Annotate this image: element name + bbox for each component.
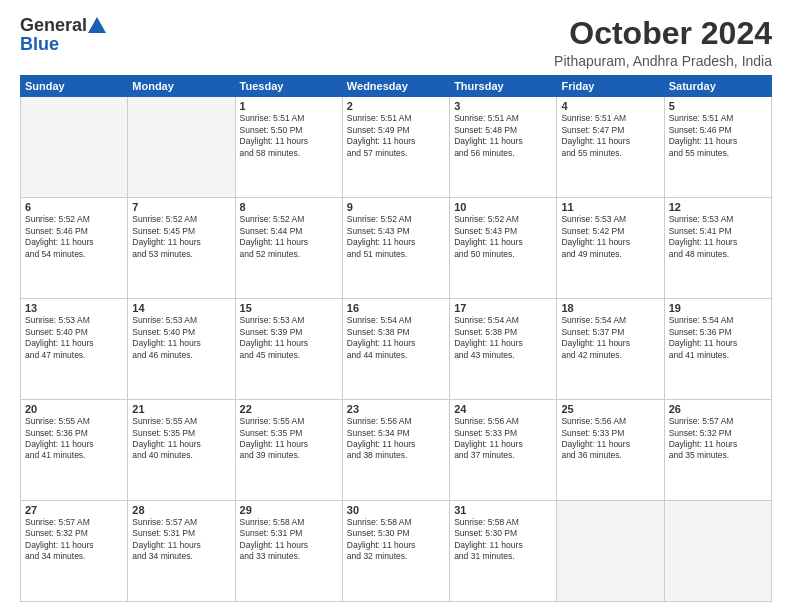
calendar-cell: 5Sunrise: 5:51 AMSunset: 5:46 PMDaylight… [664,97,771,198]
day-number: 31 [454,504,552,516]
calendar-cell: 1Sunrise: 5:51 AMSunset: 5:50 PMDaylight… [235,97,342,198]
cell-details: Sunrise: 5:51 AMSunset: 5:46 PMDaylight:… [669,113,767,159]
cell-details: Sunrise: 5:58 AMSunset: 5:30 PMDaylight:… [347,517,445,563]
cell-details: Sunrise: 5:52 AMSunset: 5:43 PMDaylight:… [454,214,552,260]
cell-details: Sunrise: 5:54 AMSunset: 5:38 PMDaylight:… [347,315,445,361]
cell-details: Sunrise: 5:54 AMSunset: 5:38 PMDaylight:… [454,315,552,361]
weekday-header: Sunday [21,76,128,97]
day-number: 17 [454,302,552,314]
cell-details: Sunrise: 5:54 AMSunset: 5:36 PMDaylight:… [669,315,767,361]
day-number: 29 [240,504,338,516]
calendar-cell: 18Sunrise: 5:54 AMSunset: 5:37 PMDayligh… [557,299,664,400]
title-block: October 2024 Pithapuram, Andhra Pradesh,… [554,16,772,69]
cell-details: Sunrise: 5:51 AMSunset: 5:49 PMDaylight:… [347,113,445,159]
day-number: 13 [25,302,123,314]
logo: General Blue [20,16,106,55]
calendar-header-row: SundayMondayTuesdayWednesdayThursdayFrid… [21,76,772,97]
calendar-cell [128,97,235,198]
calendar-week-row: 1Sunrise: 5:51 AMSunset: 5:50 PMDaylight… [21,97,772,198]
logo-general-text: General [20,16,87,34]
cell-details: Sunrise: 5:57 AMSunset: 5:32 PMDaylight:… [25,517,123,563]
cell-details: Sunrise: 5:53 AMSunset: 5:40 PMDaylight:… [25,315,123,361]
weekday-header: Friday [557,76,664,97]
day-number: 23 [347,403,445,415]
calendar-cell: 4Sunrise: 5:51 AMSunset: 5:47 PMDaylight… [557,97,664,198]
month-title: October 2024 [554,16,772,51]
logo-icon [88,17,106,33]
day-number: 18 [561,302,659,314]
calendar-cell: 25Sunrise: 5:56 AMSunset: 5:33 PMDayligh… [557,400,664,501]
cell-details: Sunrise: 5:51 AMSunset: 5:47 PMDaylight:… [561,113,659,159]
cell-details: Sunrise: 5:57 AMSunset: 5:32 PMDaylight:… [669,416,767,462]
cell-details: Sunrise: 5:53 AMSunset: 5:41 PMDaylight:… [669,214,767,260]
day-number: 28 [132,504,230,516]
calendar-cell: 20Sunrise: 5:55 AMSunset: 5:36 PMDayligh… [21,400,128,501]
calendar-cell: 22Sunrise: 5:55 AMSunset: 5:35 PMDayligh… [235,400,342,501]
calendar-cell: 16Sunrise: 5:54 AMSunset: 5:38 PMDayligh… [342,299,449,400]
calendar-week-row: 27Sunrise: 5:57 AMSunset: 5:32 PMDayligh… [21,501,772,602]
cell-details: Sunrise: 5:56 AMSunset: 5:33 PMDaylight:… [454,416,552,462]
calendar-cell [557,501,664,602]
calendar-cell: 14Sunrise: 5:53 AMSunset: 5:40 PMDayligh… [128,299,235,400]
day-number: 20 [25,403,123,415]
cell-details: Sunrise: 5:58 AMSunset: 5:30 PMDaylight:… [454,517,552,563]
cell-details: Sunrise: 5:58 AMSunset: 5:31 PMDaylight:… [240,517,338,563]
day-number: 3 [454,100,552,112]
cell-details: Sunrise: 5:56 AMSunset: 5:34 PMDaylight:… [347,416,445,462]
day-number: 11 [561,201,659,213]
cell-details: Sunrise: 5:55 AMSunset: 5:35 PMDaylight:… [132,416,230,462]
calendar-cell: 19Sunrise: 5:54 AMSunset: 5:36 PMDayligh… [664,299,771,400]
day-number: 25 [561,403,659,415]
calendar-cell: 17Sunrise: 5:54 AMSunset: 5:38 PMDayligh… [450,299,557,400]
weekday-header: Saturday [664,76,771,97]
cell-details: Sunrise: 5:55 AMSunset: 5:36 PMDaylight:… [25,416,123,462]
calendar-cell: 12Sunrise: 5:53 AMSunset: 5:41 PMDayligh… [664,198,771,299]
cell-details: Sunrise: 5:55 AMSunset: 5:35 PMDaylight:… [240,416,338,462]
cell-details: Sunrise: 5:53 AMSunset: 5:42 PMDaylight:… [561,214,659,260]
cell-details: Sunrise: 5:56 AMSunset: 5:33 PMDaylight:… [561,416,659,462]
calendar-cell [21,97,128,198]
day-number: 27 [25,504,123,516]
cell-details: Sunrise: 5:54 AMSunset: 5:37 PMDaylight:… [561,315,659,361]
cell-details: Sunrise: 5:53 AMSunset: 5:39 PMDaylight:… [240,315,338,361]
calendar-cell: 31Sunrise: 5:58 AMSunset: 5:30 PMDayligh… [450,501,557,602]
svg-marker-0 [88,17,106,33]
logo-blue-text: Blue [20,34,59,54]
calendar-cell: 9Sunrise: 5:52 AMSunset: 5:43 PMDaylight… [342,198,449,299]
calendar-week-row: 20Sunrise: 5:55 AMSunset: 5:36 PMDayligh… [21,400,772,501]
day-number: 12 [669,201,767,213]
calendar-cell: 6Sunrise: 5:52 AMSunset: 5:46 PMDaylight… [21,198,128,299]
day-number: 1 [240,100,338,112]
day-number: 16 [347,302,445,314]
calendar-cell: 23Sunrise: 5:56 AMSunset: 5:34 PMDayligh… [342,400,449,501]
day-number: 14 [132,302,230,314]
cell-details: Sunrise: 5:57 AMSunset: 5:31 PMDaylight:… [132,517,230,563]
day-number: 22 [240,403,338,415]
day-number: 2 [347,100,445,112]
calendar-cell: 2Sunrise: 5:51 AMSunset: 5:49 PMDaylight… [342,97,449,198]
day-number: 5 [669,100,767,112]
calendar-cell: 28Sunrise: 5:57 AMSunset: 5:31 PMDayligh… [128,501,235,602]
day-number: 24 [454,403,552,415]
weekday-header: Tuesday [235,76,342,97]
cell-details: Sunrise: 5:51 AMSunset: 5:50 PMDaylight:… [240,113,338,159]
calendar-cell: 26Sunrise: 5:57 AMSunset: 5:32 PMDayligh… [664,400,771,501]
page: General Blue October 2024 Pithapuram, An… [0,0,792,612]
day-number: 9 [347,201,445,213]
day-number: 30 [347,504,445,516]
calendar-cell: 27Sunrise: 5:57 AMSunset: 5:32 PMDayligh… [21,501,128,602]
header: General Blue October 2024 Pithapuram, An… [20,16,772,69]
cell-details: Sunrise: 5:52 AMSunset: 5:45 PMDaylight:… [132,214,230,260]
day-number: 4 [561,100,659,112]
calendar-week-row: 6Sunrise: 5:52 AMSunset: 5:46 PMDaylight… [21,198,772,299]
calendar-cell: 30Sunrise: 5:58 AMSunset: 5:30 PMDayligh… [342,501,449,602]
day-number: 6 [25,201,123,213]
calendar-cell: 7Sunrise: 5:52 AMSunset: 5:45 PMDaylight… [128,198,235,299]
location: Pithapuram, Andhra Pradesh, India [554,53,772,69]
cell-details: Sunrise: 5:51 AMSunset: 5:48 PMDaylight:… [454,113,552,159]
day-number: 10 [454,201,552,213]
calendar-cell: 29Sunrise: 5:58 AMSunset: 5:31 PMDayligh… [235,501,342,602]
weekday-header: Wednesday [342,76,449,97]
cell-details: Sunrise: 5:52 AMSunset: 5:43 PMDaylight:… [347,214,445,260]
calendar-table: SundayMondayTuesdayWednesdayThursdayFrid… [20,75,772,602]
